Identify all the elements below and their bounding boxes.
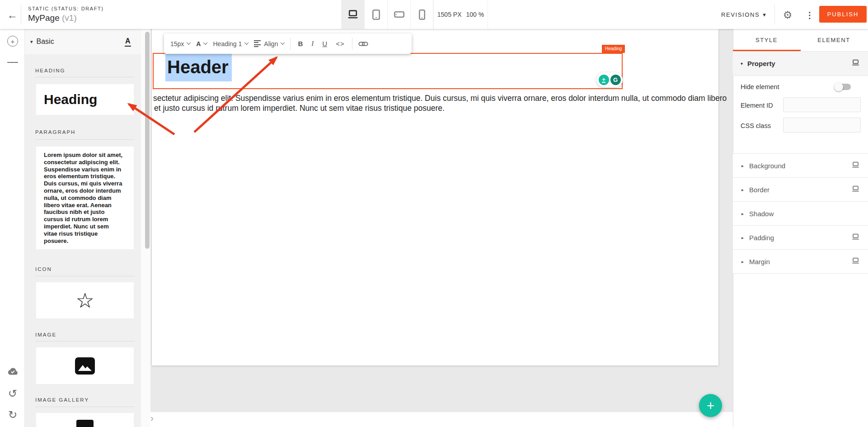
divider — [774, 5, 775, 24]
heading-preview: Heading — [44, 92, 97, 107]
device-scope-icon[interactable] — [851, 161, 860, 170]
link-icon — [358, 40, 368, 47]
revisions-dropdown[interactable]: REVISIONS ▾ — [721, 0, 766, 29]
element-id-input[interactable] — [783, 97, 861, 112]
canvas-bottom-bar — [150, 412, 733, 427]
code-button[interactable]: <> — [334, 40, 346, 47]
section-background[interactable]: ▸ Background — [733, 154, 868, 178]
bold-button[interactable]: B — [296, 40, 304, 47]
heading-element[interactable]: Header — [165, 57, 232, 77]
hide-element-label: Hide element — [741, 83, 779, 90]
font-size-dropdown[interactable]: 15px — [170, 40, 190, 47]
section-label-icon: ICON — [35, 266, 52, 272]
chevron-right-icon[interactable]: › — [150, 413, 154, 423]
redo-icon[interactable]: ↻ — [7, 409, 18, 420]
section-label-heading: HEADING — [35, 68, 65, 73]
text-format-icon[interactable]: A — [125, 37, 131, 47]
link-button[interactable] — [358, 40, 368, 47]
css-class-label: CSS class — [741, 122, 771, 129]
toggle-knob — [834, 82, 843, 91]
property-section-header[interactable]: ▾ Property — [733, 52, 868, 76]
page-version: (v1) — [62, 13, 77, 23]
block-style-dropdown[interactable]: Heading 1 — [213, 40, 248, 47]
device-tablet-button[interactable] — [364, 0, 387, 29]
chevron-down-icon — [187, 40, 191, 45]
section-label-image-gallery: IMAGE GALLERY — [35, 397, 89, 403]
section-label-image: IMAGE — [35, 332, 56, 337]
section-padding[interactable]: ▸ Padding — [733, 226, 868, 250]
component-card-icon[interactable]: ☆ — [36, 282, 134, 318]
device-laptop-button[interactable] — [341, 0, 364, 29]
component-card-paragraph[interactable]: Lorem ipsum dolor sit amet, consectetur … — [36, 147, 134, 249]
add-element-fab[interactable]: + — [699, 394, 722, 417]
paragraph-line-2[interactable]: et justo cursus id rutrum lorem imperdie… — [154, 104, 445, 113]
divider — [290, 38, 291, 50]
tab-element[interactable]: ELEMENT — [800, 29, 868, 51]
section-shadow[interactable]: ▸ Shadow — [733, 202, 868, 226]
page-status-kicker: STATIC (STATUS: DRAFT) — [28, 6, 104, 11]
add-circle-icon[interactable]: + — [7, 36, 18, 47]
text-color-dropdown[interactable]: A — [196, 40, 207, 47]
cloud-saved-icon — [7, 366, 18, 377]
device-scope-icon[interactable] — [851, 233, 860, 242]
element-type-tag: Heading — [602, 45, 625, 53]
device-phone-portrait-button[interactable] — [410, 0, 433, 29]
section-border[interactable]: ▸ Border — [733, 178, 868, 202]
panel-scrollbar-thumb[interactable] — [145, 32, 150, 249]
suggestion-bulb-icon[interactable]: + — [599, 75, 609, 85]
page-builder-app: ← STATIC (STATUS: DRAFT) MyPage (v1) — [0, 0, 868, 427]
star-icon: ☆ — [75, 290, 94, 311]
back-arrow-icon: ← — [7, 9, 18, 21]
active-tab-indicator — [733, 50, 801, 51]
tab-style[interactable]: STYLE — [733, 29, 800, 51]
gear-icon: ⚙ — [783, 9, 793, 21]
caret-right-icon: ▸ — [741, 187, 744, 192]
device-phone-landscape-button[interactable] — [387, 0, 410, 29]
underline-button[interactable]: U — [321, 40, 328, 47]
section-margin[interactable]: ▸ Margin — [733, 250, 868, 274]
component-card-image-gallery[interactable] — [36, 413, 134, 427]
element-id-label: Element ID — [741, 102, 773, 109]
component-card-heading[interactable]: Heading — [36, 84, 134, 115]
divider — [35, 341, 135, 342]
italic-button[interactable]: I — [310, 40, 315, 47]
css-class-input[interactable] — [783, 118, 861, 133]
phone-portrait-icon — [419, 9, 425, 20]
plus-icon: + — [707, 398, 715, 413]
component-group-label: Basic — [37, 38, 54, 46]
device-scope-icon[interactable] — [851, 257, 860, 266]
viewport-width: 1505 PX — [437, 11, 462, 18]
hide-element-toggle[interactable] — [835, 84, 851, 90]
laptop-icon — [347, 10, 359, 19]
image-gallery-icon — [76, 420, 94, 427]
kebab-menu-icon: ⋮ — [806, 10, 814, 20]
chevron-down-icon — [203, 40, 208, 45]
more-options-button[interactable]: ⋮ — [804, 8, 816, 22]
publish-button[interactable]: PUBLISH — [819, 6, 867, 23]
device-scope-icon[interactable] — [851, 185, 860, 194]
divider — [352, 38, 352, 50]
page-title: MyPage (v1) — [28, 13, 77, 23]
tablet-icon — [372, 9, 380, 20]
undo-icon[interactable]: ↺ — [7, 388, 18, 399]
paragraph-line-1[interactable]: sectetur adipiscing elit. Suspendisse va… — [153, 94, 727, 103]
back-button[interactable]: ← — [5, 7, 20, 23]
caret-down-icon: ▾ — [741, 61, 743, 66]
divider — [35, 407, 135, 407]
grammarly-icon[interactable]: G — [610, 75, 621, 85]
align-dropdown[interactable]: Align — [254, 39, 284, 48]
settings-button[interactable]: ⚙ — [781, 8, 794, 22]
phone-landscape-icon — [394, 11, 404, 18]
component-card-image[interactable] — [36, 347, 134, 384]
caret-right-icon: ▸ — [741, 259, 744, 264]
caret-down-icon: ▾ — [763, 11, 766, 18]
image-icon — [75, 357, 95, 375]
align-left-icon — [254, 39, 261, 48]
caret-right-icon: ▸ — [741, 211, 744, 216]
layers-list-icon[interactable] — [7, 57, 18, 68]
component-group-header[interactable]: ▾ Basic — [25, 29, 141, 54]
viewport-zoom: 100 % — [466, 11, 484, 18]
grammarly-widget: + G — [596, 72, 623, 87]
divider — [35, 276, 135, 276]
device-scope-icon[interactable] — [851, 59, 860, 68]
